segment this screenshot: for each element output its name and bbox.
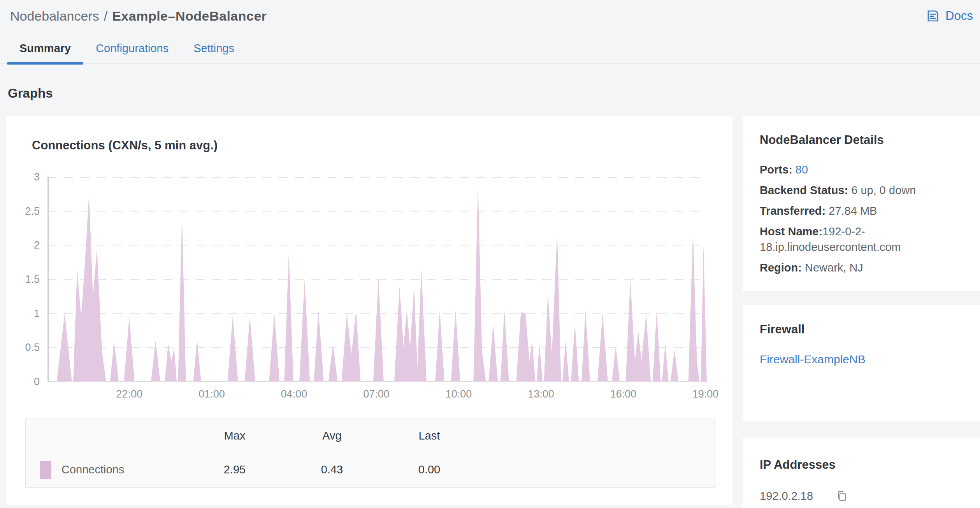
y-tick-label: 0.5 — [15, 342, 40, 354]
page-title: Example–NodeBalancer — [112, 9, 267, 24]
tab-configurations[interactable]: Configurations — [83, 36, 181, 63]
tab-settings[interactable]: Settings — [181, 36, 247, 63]
chart-legend-table: Max Avg Last Connections 2.95 0.43 0.00 — [25, 419, 715, 488]
x-tick-label: 10:00 — [446, 388, 472, 400]
connections-area-series — [47, 184, 707, 382]
x-tick-label: 07:00 — [363, 388, 390, 400]
nodebalancer-details-card: NodeBalancer Details Ports: 80 Backend S… — [743, 116, 980, 291]
backend-status-row: Backend Status: 6 up, 0 down — [760, 182, 949, 198]
docs-label: Docs — [945, 9, 973, 23]
connections-series-swatch — [40, 461, 51, 479]
legend-col-avg: Avg — [283, 429, 381, 442]
y-tick-label: 2.5 — [15, 205, 40, 217]
y-tick-label: 1.5 — [15, 273, 40, 286]
ip-card-title: IP Addresses — [760, 458, 963, 472]
chart-plot-area: 00.511.522.53 22:0001:0004:0007:0010:001… — [47, 177, 707, 382]
region-row: Region: Newark, NJ — [760, 260, 949, 275]
x-tick-label: 16:00 — [610, 388, 637, 400]
docs-link[interactable]: Docs — [926, 9, 973, 23]
series-avg-value: 0.43 — [283, 463, 381, 476]
legend-header-row: Max Avg Last — [26, 419, 715, 452]
ports-row: Ports: 80 — [760, 162, 949, 177]
port-80-link[interactable]: 80 — [796, 163, 808, 176]
copy-ip-icon[interactable] — [836, 490, 848, 503]
legend-series-row: Connections 2.95 0.43 0.00 — [26, 452, 715, 487]
firewall-link[interactable]: Firewall-ExampleNB — [760, 353, 866, 366]
y-tick-label: 2 — [15, 239, 40, 251]
series-last-value: 0.00 — [381, 463, 478, 476]
transferred-row: Transferred: 27.84 MB — [760, 203, 949, 219]
hostname-row: Host Name:192-0-2-18.ip.linodeuserconten… — [760, 224, 949, 255]
x-tick-label: 19:00 — [692, 388, 719, 400]
breadcrumb-nodebalancers-link[interactable]: Nodebalancers — [10, 9, 99, 24]
x-tick-label: 04:00 — [281, 388, 307, 400]
connections-area-chart — [47, 177, 707, 382]
series-name: Connections — [61, 463, 124, 476]
x-tick-label: 22:00 — [116, 388, 143, 400]
breadcrumb-separator: / — [104, 9, 107, 24]
y-tick-label: 0 — [15, 376, 40, 388]
legend-col-last: Last — [381, 429, 478, 442]
firewall-card: Firewall Firewall-ExampleNB — [743, 305, 980, 421]
ip-address-row: 192.0.2.18 — [760, 490, 963, 503]
y-tick-label: 3 — [15, 171, 40, 183]
chart-title: Connections (CXN/s, 5 min avg.) — [6, 116, 732, 152]
x-tick-label: 01:00 — [198, 388, 225, 400]
legend-col-max: Max — [186, 429, 283, 442]
side-column: NodeBalancer Details Ports: 80 Backend S… — [743, 116, 980, 508]
connections-chart-card: Connections (CXN/s, 5 min avg.) 00.511.5… — [6, 116, 732, 505]
ip-address-value: 192.0.2.18 — [760, 490, 813, 503]
tab-bar: Summary Configurations Settings — [0, 36, 980, 64]
y-tick-label: 1 — [15, 308, 40, 320]
tab-summary[interactable]: Summary — [7, 36, 83, 63]
firewall-card-title: Firewall — [760, 322, 963, 336]
top-bar: Nodebalancers / Example–NodeBalancer Doc… — [0, 0, 980, 24]
ip-addresses-card: IP Addresses 192.0.2.18 — [743, 438, 980, 508]
x-tick-label: 13:00 — [528, 388, 554, 400]
docs-icon — [926, 9, 940, 23]
details-card-title: NodeBalancer Details — [760, 133, 963, 147]
series-max-value: 2.95 — [186, 463, 283, 476]
breadcrumb: Nodebalancers / Example–NodeBalancer — [10, 9, 267, 24]
graphs-heading: Graphs — [8, 86, 980, 101]
